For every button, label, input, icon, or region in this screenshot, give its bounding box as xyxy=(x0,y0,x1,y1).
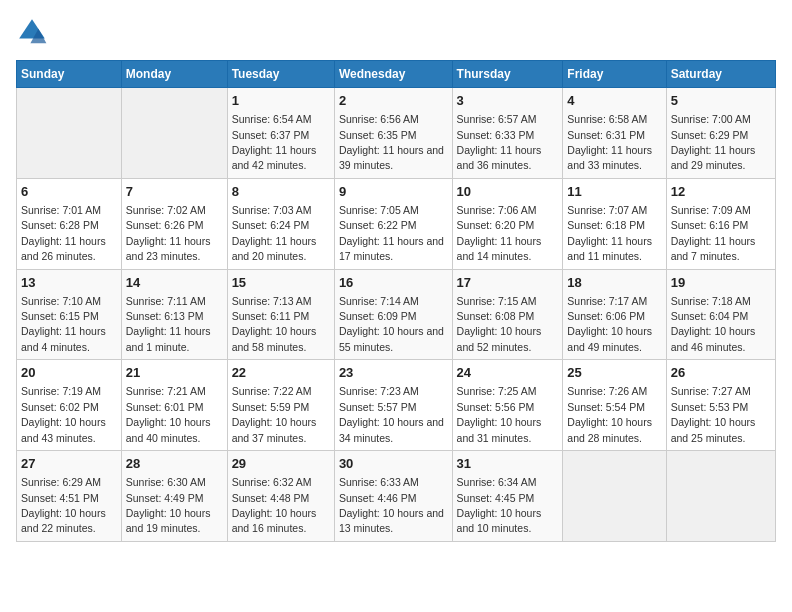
day-number: 12 xyxy=(671,183,771,201)
day-info: Sunrise: 7:07 AM Sunset: 6:18 PM Dayligh… xyxy=(567,204,652,262)
week-row-4: 20Sunrise: 7:19 AM Sunset: 6:02 PM Dayli… xyxy=(17,360,776,451)
day-cell: 15Sunrise: 7:13 AM Sunset: 6:11 PM Dayli… xyxy=(227,269,334,360)
day-number: 25 xyxy=(567,364,661,382)
day-cell: 18Sunrise: 7:17 AM Sunset: 6:06 PM Dayli… xyxy=(563,269,666,360)
day-number: 24 xyxy=(457,364,559,382)
day-info: Sunrise: 7:10 AM Sunset: 6:15 PM Dayligh… xyxy=(21,295,106,353)
day-number: 11 xyxy=(567,183,661,201)
day-number: 19 xyxy=(671,274,771,292)
day-cell: 16Sunrise: 7:14 AM Sunset: 6:09 PM Dayli… xyxy=(334,269,452,360)
day-info: Sunrise: 7:05 AM Sunset: 6:22 PM Dayligh… xyxy=(339,204,444,262)
day-info: Sunrise: 7:21 AM Sunset: 6:01 PM Dayligh… xyxy=(126,385,211,443)
week-row-3: 13Sunrise: 7:10 AM Sunset: 6:15 PM Dayli… xyxy=(17,269,776,360)
calendar-table: SundayMondayTuesdayWednesdayThursdayFrid… xyxy=(16,60,776,542)
day-number: 29 xyxy=(232,455,330,473)
header-cell-monday: Monday xyxy=(121,61,227,88)
day-number: 26 xyxy=(671,364,771,382)
day-number: 13 xyxy=(21,274,117,292)
day-number: 23 xyxy=(339,364,448,382)
day-number: 5 xyxy=(671,92,771,110)
day-number: 27 xyxy=(21,455,117,473)
day-cell: 13Sunrise: 7:10 AM Sunset: 6:15 PM Dayli… xyxy=(17,269,122,360)
day-info: Sunrise: 6:33 AM Sunset: 4:46 PM Dayligh… xyxy=(339,476,444,534)
header-cell-friday: Friday xyxy=(563,61,666,88)
day-cell: 25Sunrise: 7:26 AM Sunset: 5:54 PM Dayli… xyxy=(563,360,666,451)
day-info: Sunrise: 6:54 AM Sunset: 6:37 PM Dayligh… xyxy=(232,113,317,171)
day-cell: 8Sunrise: 7:03 AM Sunset: 6:24 PM Daylig… xyxy=(227,178,334,269)
day-cell: 14Sunrise: 7:11 AM Sunset: 6:13 PM Dayli… xyxy=(121,269,227,360)
day-cell: 29Sunrise: 6:32 AM Sunset: 4:48 PM Dayli… xyxy=(227,451,334,542)
day-cell: 9Sunrise: 7:05 AM Sunset: 6:22 PM Daylig… xyxy=(334,178,452,269)
day-number: 16 xyxy=(339,274,448,292)
week-row-1: 1Sunrise: 6:54 AM Sunset: 6:37 PM Daylig… xyxy=(17,88,776,179)
day-cell: 2Sunrise: 6:56 AM Sunset: 6:35 PM Daylig… xyxy=(334,88,452,179)
day-cell: 11Sunrise: 7:07 AM Sunset: 6:18 PM Dayli… xyxy=(563,178,666,269)
day-info: Sunrise: 7:14 AM Sunset: 6:09 PM Dayligh… xyxy=(339,295,444,353)
day-number: 20 xyxy=(21,364,117,382)
day-cell: 28Sunrise: 6:30 AM Sunset: 4:49 PM Dayli… xyxy=(121,451,227,542)
day-info: Sunrise: 6:58 AM Sunset: 6:31 PM Dayligh… xyxy=(567,113,652,171)
day-cell: 22Sunrise: 7:22 AM Sunset: 5:59 PM Dayli… xyxy=(227,360,334,451)
day-cell: 26Sunrise: 7:27 AM Sunset: 5:53 PM Dayli… xyxy=(666,360,775,451)
day-cell xyxy=(121,88,227,179)
day-info: Sunrise: 7:27 AM Sunset: 5:53 PM Dayligh… xyxy=(671,385,756,443)
day-info: Sunrise: 6:56 AM Sunset: 6:35 PM Dayligh… xyxy=(339,113,444,171)
logo-icon xyxy=(16,16,48,48)
day-info: Sunrise: 7:17 AM Sunset: 6:06 PM Dayligh… xyxy=(567,295,652,353)
day-number: 15 xyxy=(232,274,330,292)
day-cell: 17Sunrise: 7:15 AM Sunset: 6:08 PM Dayli… xyxy=(452,269,563,360)
day-cell xyxy=(17,88,122,179)
day-cell: 21Sunrise: 7:21 AM Sunset: 6:01 PM Dayli… xyxy=(121,360,227,451)
day-number: 3 xyxy=(457,92,559,110)
day-number: 28 xyxy=(126,455,223,473)
day-cell: 6Sunrise: 7:01 AM Sunset: 6:28 PM Daylig… xyxy=(17,178,122,269)
day-number: 1 xyxy=(232,92,330,110)
day-info: Sunrise: 7:18 AM Sunset: 6:04 PM Dayligh… xyxy=(671,295,756,353)
header-cell-thursday: Thursday xyxy=(452,61,563,88)
day-number: 10 xyxy=(457,183,559,201)
header-cell-tuesday: Tuesday xyxy=(227,61,334,88)
logo xyxy=(16,16,52,48)
day-number: 17 xyxy=(457,274,559,292)
day-info: Sunrise: 7:01 AM Sunset: 6:28 PM Dayligh… xyxy=(21,204,106,262)
day-cell: 19Sunrise: 7:18 AM Sunset: 6:04 PM Dayli… xyxy=(666,269,775,360)
day-cell: 7Sunrise: 7:02 AM Sunset: 6:26 PM Daylig… xyxy=(121,178,227,269)
day-number: 18 xyxy=(567,274,661,292)
day-cell: 31Sunrise: 6:34 AM Sunset: 4:45 PM Dayli… xyxy=(452,451,563,542)
day-info: Sunrise: 7:15 AM Sunset: 6:08 PM Dayligh… xyxy=(457,295,542,353)
day-info: Sunrise: 7:19 AM Sunset: 6:02 PM Dayligh… xyxy=(21,385,106,443)
calendar-body: 1Sunrise: 6:54 AM Sunset: 6:37 PM Daylig… xyxy=(17,88,776,542)
day-info: Sunrise: 6:32 AM Sunset: 4:48 PM Dayligh… xyxy=(232,476,317,534)
day-info: Sunrise: 7:09 AM Sunset: 6:16 PM Dayligh… xyxy=(671,204,756,262)
day-number: 8 xyxy=(232,183,330,201)
day-info: Sunrise: 6:57 AM Sunset: 6:33 PM Dayligh… xyxy=(457,113,542,171)
day-cell: 20Sunrise: 7:19 AM Sunset: 6:02 PM Dayli… xyxy=(17,360,122,451)
day-cell: 12Sunrise: 7:09 AM Sunset: 6:16 PM Dayli… xyxy=(666,178,775,269)
day-number: 30 xyxy=(339,455,448,473)
day-cell: 1Sunrise: 6:54 AM Sunset: 6:37 PM Daylig… xyxy=(227,88,334,179)
day-info: Sunrise: 7:13 AM Sunset: 6:11 PM Dayligh… xyxy=(232,295,317,353)
calendar-header: SundayMondayTuesdayWednesdayThursdayFrid… xyxy=(17,61,776,88)
day-number: 6 xyxy=(21,183,117,201)
day-cell: 4Sunrise: 6:58 AM Sunset: 6:31 PM Daylig… xyxy=(563,88,666,179)
day-cell: 27Sunrise: 6:29 AM Sunset: 4:51 PM Dayli… xyxy=(17,451,122,542)
page-header xyxy=(16,16,776,48)
day-number: 2 xyxy=(339,92,448,110)
week-row-5: 27Sunrise: 6:29 AM Sunset: 4:51 PM Dayli… xyxy=(17,451,776,542)
day-info: Sunrise: 7:25 AM Sunset: 5:56 PM Dayligh… xyxy=(457,385,542,443)
day-cell: 10Sunrise: 7:06 AM Sunset: 6:20 PM Dayli… xyxy=(452,178,563,269)
day-info: Sunrise: 7:00 AM Sunset: 6:29 PM Dayligh… xyxy=(671,113,756,171)
day-info: Sunrise: 6:34 AM Sunset: 4:45 PM Dayligh… xyxy=(457,476,542,534)
day-info: Sunrise: 7:06 AM Sunset: 6:20 PM Dayligh… xyxy=(457,204,542,262)
day-info: Sunrise: 7:23 AM Sunset: 5:57 PM Dayligh… xyxy=(339,385,444,443)
day-cell: 30Sunrise: 6:33 AM Sunset: 4:46 PM Dayli… xyxy=(334,451,452,542)
day-info: Sunrise: 7:26 AM Sunset: 5:54 PM Dayligh… xyxy=(567,385,652,443)
day-number: 22 xyxy=(232,364,330,382)
day-number: 31 xyxy=(457,455,559,473)
day-number: 4 xyxy=(567,92,661,110)
day-number: 9 xyxy=(339,183,448,201)
day-info: Sunrise: 6:30 AM Sunset: 4:49 PM Dayligh… xyxy=(126,476,211,534)
day-cell: 5Sunrise: 7:00 AM Sunset: 6:29 PM Daylig… xyxy=(666,88,775,179)
header-cell-saturday: Saturday xyxy=(666,61,775,88)
header-cell-wednesday: Wednesday xyxy=(334,61,452,88)
